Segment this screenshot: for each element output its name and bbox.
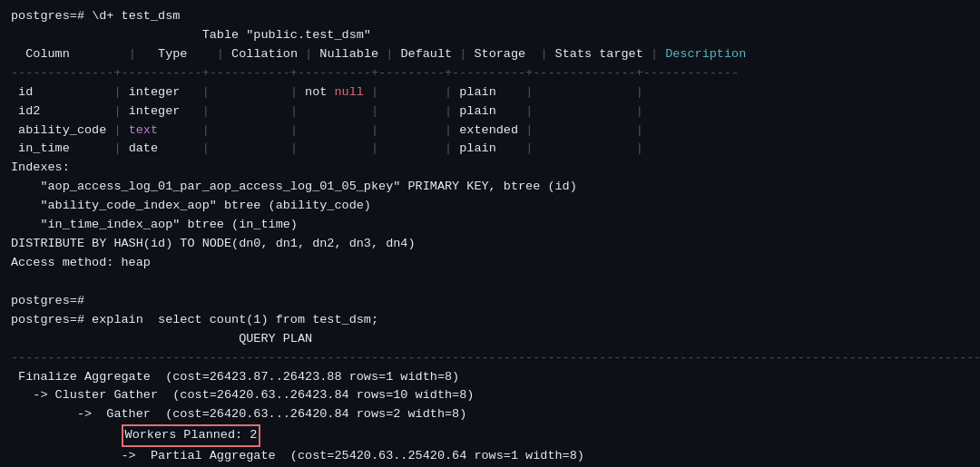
line-plan1: Finalize Aggregate (cost=26423.87..26423… [11,368,969,387]
line-plan5: -> Partial Aggregate (cost=25420.63..254… [11,447,969,466]
line-7: in_time | date | | | | plain | | [11,140,969,159]
line-5: id2 | integer | | | | plain | | [11,102,969,122]
line-index3: "in_time_index_aop" btree (in_time) [11,216,969,235]
line-qp-title: QUERY PLAN [11,330,969,349]
line-blank [11,273,969,292]
terminal: postgres=# \d+ test_dsm Table "public.te… [11,7,969,460]
line-index1: "aop_access_log_01_par_aop_access_log_01… [11,178,969,197]
line-plan2: -> Cluster Gather (cost=26420.63..26423.… [11,386,969,405]
line-sep2: ----------------------------------------… [11,349,969,368]
line-explain: postgres=# explain select count(1) from … [11,311,969,330]
line-index2: "ability_code_index_aop" btree (ability_… [11,197,969,216]
line-plan3: -> Gather (cost=26420.63...26420.84 rows… [11,405,969,424]
line-indexes: Indexes: [11,159,969,178]
line-prompt2: postgres=# [11,292,969,311]
line-4: id | integer | | not null | | plain | | [11,83,969,102]
line-distribute: DISTRIBUTE BY HASH(id) TO NODE(dn0, dn1,… [11,235,969,254]
line-plan4: Workers Planned: 2 [11,424,969,447]
line-6: ability_code | text | | | | extended | | [11,122,969,141]
workers-planned-highlight: Workers Planned: 2 [122,424,261,447]
line-3: Column | Type | Collation | Nullable | D… [11,45,969,64]
line-sep1: --------------+-----------+-----------+-… [11,64,969,83]
line-2: Table "public.test_dsm" [11,26,969,45]
line-access: Access method: heap [11,254,969,273]
line-1: postgres=# \d+ test_dsm [11,7,969,26]
